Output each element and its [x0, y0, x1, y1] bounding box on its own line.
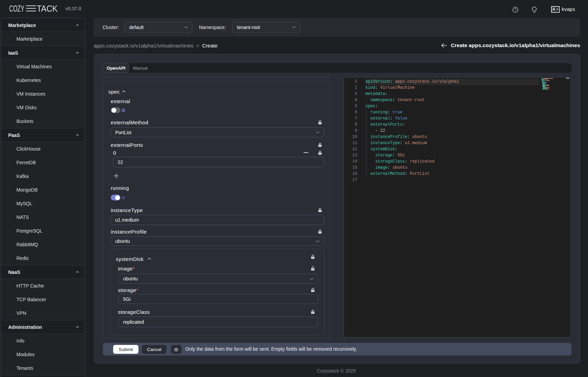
svg-text:COZY: COZY	[9, 3, 24, 14]
svg-text:?: ?	[514, 8, 517, 12]
svg-text:TACK: TACK	[37, 3, 58, 14]
